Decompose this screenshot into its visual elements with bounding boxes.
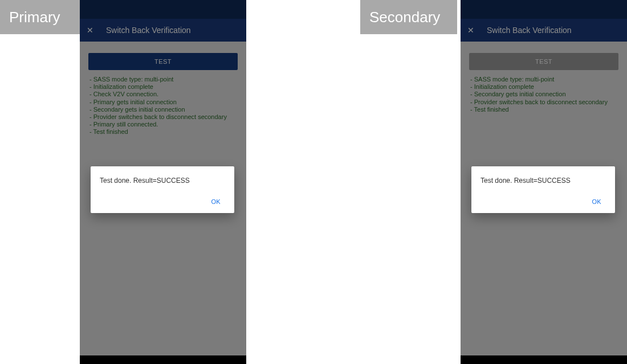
nav-bar	[461, 355, 627, 364]
ok-button[interactable]: OK	[588, 195, 606, 208]
appbar-title: Switch Back Verification	[106, 26, 191, 35]
log-line: - Secondary gets initial connection	[470, 91, 617, 98]
appbar-title: Switch Back Verification	[487, 26, 572, 35]
statusbar	[461, 0, 627, 19]
log-line: - SASS mode type: multi-point	[89, 76, 237, 83]
appbar: ✕ Switch Back Verification	[461, 19, 627, 42]
secondary-screen: ✕ Switch Back Verification TEST - SASS m…	[461, 0, 627, 355]
log-line: - Primary still connected.	[89, 121, 237, 128]
primary-screen: ✕ Switch Back Verification TEST - SASS m…	[80, 0, 246, 355]
test-button[interactable]: TEST	[88, 53, 238, 70]
log-line: - Provider switches back to disconnect s…	[470, 99, 617, 106]
dialog-actions: OK	[481, 195, 606, 208]
log-line: - Check V2V connection.	[89, 91, 237, 98]
log-line: - Provider switches back to disconnect s…	[89, 113, 237, 121]
primary-device-frame: ✕ Switch Back Verification TEST - SASS m…	[80, 0, 246, 364]
statusbar	[80, 0, 246, 19]
log-line: - Secondary gets initial connection	[89, 106, 237, 113]
close-icon[interactable]: ✕	[85, 26, 95, 34]
content-area: TEST - SASS mode type: multi-point - Ini…	[80, 42, 246, 136]
appbar: ✕ Switch Back Verification	[80, 19, 246, 42]
log-line: - Initialization complete	[470, 83, 617, 91]
log-line: - SASS mode type: multi-point	[470, 76, 617, 83]
nav-bar	[80, 355, 246, 364]
log-line: - Primary gets initial connection	[89, 99, 237, 106]
device-tag-primary: Primary	[0, 0, 80, 34]
log-output: - SASS mode type: multi-point - Initiali…	[469, 70, 618, 113]
log-output: - SASS mode type: multi-point - Initiali…	[88, 70, 238, 136]
dialog-message: Test done. Result=SUCCESS	[481, 177, 606, 185]
close-icon[interactable]: ✕	[466, 26, 475, 34]
dialog-actions: OK	[100, 195, 225, 208]
secondary-device-frame: ✕ Switch Back Verification TEST - SASS m…	[461, 0, 627, 364]
log-line: - Initialization complete	[89, 83, 237, 91]
dialog-message: Test done. Result=SUCCESS	[100, 177, 225, 185]
log-line: - Test finished	[470, 106, 617, 113]
ok-button[interactable]: OK	[207, 195, 226, 208]
log-line: - Test finished	[89, 128, 237, 136]
result-dialog: Test done. Result=SUCCESS OK	[91, 166, 234, 213]
result-dialog: Test done. Result=SUCCESS OK	[471, 166, 615, 213]
device-tag-secondary: Secondary	[360, 0, 457, 34]
test-button[interactable]: TEST	[469, 53, 618, 70]
content-area: TEST - SASS mode type: multi-point - Ini…	[461, 42, 627, 113]
